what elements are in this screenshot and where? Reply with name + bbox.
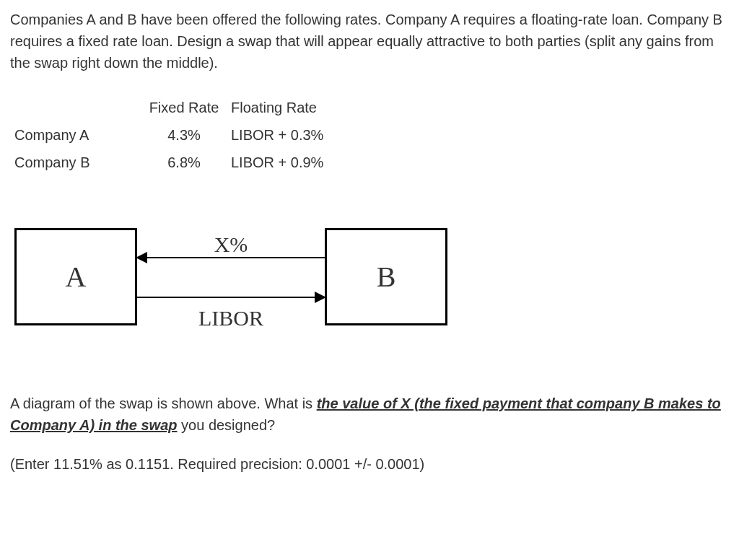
header-floating: Floating Rate <box>231 94 354 121</box>
box-b: B <box>325 228 447 325</box>
arrowhead-left-icon <box>136 252 147 263</box>
arrow-a-to-b <box>137 297 325 298</box>
intro-text: Companies A and B have been offered the … <box>10 9 729 74</box>
box-a: A <box>14 228 137 325</box>
company-name: Company B <box>14 149 137 176</box>
rate-table: Fixed Rate Floating Rate Company A 4.3% … <box>14 94 729 176</box>
question-pre: A diagram of the swap is shown above. Wh… <box>10 395 317 411</box>
question-post: you designed? <box>178 417 276 433</box>
arrow-b-to-a <box>137 257 325 258</box>
header-fixed: Fixed Rate <box>137 94 231 121</box>
company-name: Company A <box>14 121 137 149</box>
table-row: Company B 6.8% LIBOR + 0.9% <box>14 149 354 176</box>
arrows-area: X% LIBOR <box>137 228 325 325</box>
label-libor: LIBOR <box>137 302 325 334</box>
question-text: A diagram of the swap is shown above. Wh… <box>10 393 729 436</box>
table-header-row: Fixed Rate Floating Rate <box>14 94 354 121</box>
floating-rate: LIBOR + 0.9% <box>231 149 354 176</box>
fixed-rate: 6.8% <box>137 149 231 176</box>
table-row: Company A 4.3% LIBOR + 0.3% <box>14 121 354 149</box>
precision-note: (Enter 11.51% as 0.1151. Required precis… <box>10 453 729 475</box>
header-empty <box>14 94 137 121</box>
label-x-percent: X% <box>137 228 325 261</box>
fixed-rate: 4.3% <box>137 121 231 149</box>
swap-diagram: A X% LIBOR B <box>14 219 447 335</box>
floating-rate: LIBOR + 0.3% <box>231 121 354 149</box>
